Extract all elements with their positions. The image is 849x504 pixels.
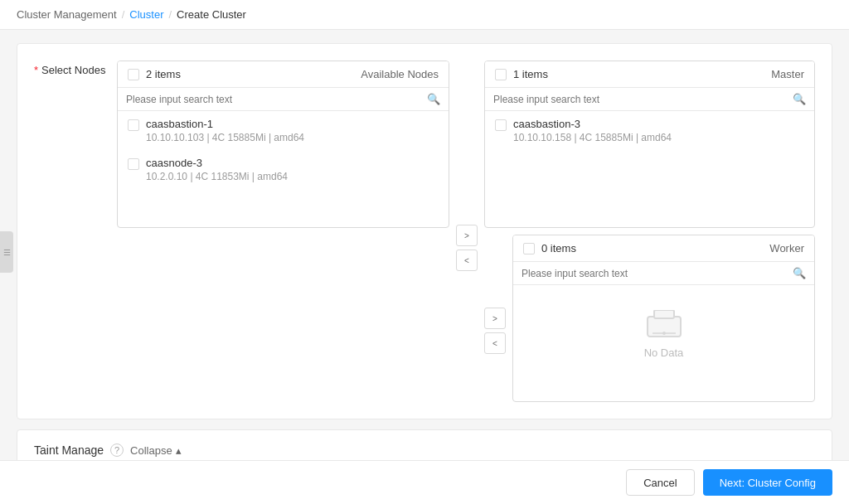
transfer-backward-btn[interactable]: < bbox=[456, 250, 478, 271]
available-panel-header: 2 items Available Nodes bbox=[118, 61, 449, 88]
available-panel-checkbox[interactable] bbox=[128, 69, 139, 80]
no-data-text: No Data bbox=[644, 346, 684, 359]
sidebar-toggle[interactable]: ☰ bbox=[0, 231, 13, 273]
available-nodes-panel: 2 items Available Nodes 🔍 caasbastion-1 … bbox=[117, 61, 449, 228]
master-nodes-list: caasbastion-3 10.10.10.158 | 4C 15885Mi … bbox=[485, 111, 814, 227]
breadcrumb-cluster[interactable]: Cluster bbox=[129, 8, 163, 21]
node-checkbox-1[interactable] bbox=[128, 119, 139, 131]
master-panel: 1 items Master 🔍 caasbastion-3 bbox=[484, 61, 815, 228]
worker-title: Worker bbox=[769, 242, 804, 254]
available-title: Available Nodes bbox=[361, 68, 439, 80]
list-item[interactable]: caasbastion-1 10.10.10.103 | 4C 15885Mi … bbox=[118, 111, 449, 150]
worker-panel-header: 0 items Worker bbox=[513, 235, 814, 262]
left-transfer-buttons: > < bbox=[456, 225, 478, 271]
footer: Cancel Next: Cluster Config bbox=[0, 460, 849, 504]
section-label: * Select Nodes bbox=[34, 61, 117, 76]
master-panel-checkbox[interactable] bbox=[495, 69, 507, 80]
collapse-button[interactable]: Collapse ▴ bbox=[130, 444, 182, 457]
node-meta-1: 10.10.10.103 | 4C 15885Mi | amd64 bbox=[146, 132, 304, 143]
collapse-chevron-icon: ▴ bbox=[176, 444, 182, 457]
worker-search-icon[interactable]: 🔍 bbox=[793, 267, 806, 279]
master-node-checkbox-1[interactable] bbox=[495, 119, 507, 131]
node-meta-2: 10.2.0.10 | 4C 11853Mi | amd64 bbox=[146, 171, 288, 182]
section-label-text: Select Nodes bbox=[41, 64, 105, 76]
taint-help-icon[interactable]: ? bbox=[110, 443, 124, 457]
next-button[interactable]: Next: Cluster Config bbox=[703, 469, 832, 496]
transfer-forward-btn[interactable]: > bbox=[456, 225, 478, 246]
breadcrumb-create-cluster: Create Cluster bbox=[177, 8, 246, 21]
available-search-box: 🔍 bbox=[118, 88, 449, 111]
worker-nodes-list: No Data bbox=[513, 285, 814, 401]
worker-panel-checkbox[interactable] bbox=[523, 243, 535, 254]
master-node-name-1: caasbastion-3 bbox=[513, 118, 672, 130]
cancel-button[interactable]: Cancel bbox=[626, 469, 694, 496]
worker-panel: 0 items Worker 🔍 bbox=[512, 235, 815, 402]
breadcrumb-sep-2: / bbox=[168, 8, 172, 21]
taint-title: Taint Manage bbox=[34, 443, 104, 457]
list-item[interactable]: caasnode-3 10.2.0.10 | 4C 11853Mi | amd6… bbox=[118, 150, 449, 189]
master-title: Master bbox=[771, 68, 804, 80]
no-data-icon bbox=[644, 310, 684, 340]
master-node-meta-1: 10.10.10.158 | 4C 15885Mi | amd64 bbox=[513, 132, 672, 143]
available-nodes-list: caasbastion-1 10.10.10.103 | 4C 15885Mi … bbox=[118, 111, 449, 227]
required-marker: * bbox=[34, 64, 38, 76]
node-name-2: caasnode-3 bbox=[146, 157, 288, 169]
available-count: 2 items bbox=[146, 68, 354, 80]
master-search-input[interactable] bbox=[493, 94, 788, 105]
worker-transfer-backward-btn[interactable]: < bbox=[484, 332, 506, 354]
node-name-1: caasbastion-1 bbox=[146, 118, 304, 130]
collapse-label: Collapse bbox=[130, 444, 172, 457]
list-item[interactable]: caasbastion-3 10.10.10.158 | 4C 15885Mi … bbox=[485, 111, 814, 150]
master-panel-header: 1 items Master bbox=[485, 61, 814, 88]
breadcrumb: Cluster Management / Cluster / Create Cl… bbox=[0, 0, 849, 30]
master-search-icon[interactable]: 🔍 bbox=[793, 93, 806, 105]
master-count: 1 items bbox=[513, 68, 764, 80]
available-search-icon[interactable]: 🔍 bbox=[427, 93, 440, 105]
right-panels: 1 items Master 🔍 caasbastion-3 bbox=[484, 61, 815, 402]
sidebar-toggle-icon: ☰ bbox=[3, 248, 11, 257]
no-data-placeholder: No Data bbox=[513, 285, 814, 384]
select-nodes-card: * Select Nodes 2 items Available Nodes 🔍 bbox=[17, 43, 832, 419]
worker-count: 0 items bbox=[541, 242, 763, 254]
available-search-input[interactable] bbox=[126, 94, 422, 105]
svg-rect-1 bbox=[654, 310, 674, 318]
worker-transfer-forward-btn[interactable]: > bbox=[484, 308, 506, 329]
breadcrumb-cluster-management[interactable]: Cluster Management bbox=[17, 8, 117, 21]
breadcrumb-sep-1: / bbox=[122, 8, 125, 21]
master-search-box: 🔍 bbox=[485, 88, 814, 111]
node-checkbox-2[interactable] bbox=[128, 158, 139, 170]
worker-search-input[interactable] bbox=[522, 268, 788, 279]
taint-header: Taint Manage ? Collapse ▴ bbox=[34, 443, 815, 457]
worker-search-box: 🔍 bbox=[513, 262, 814, 285]
